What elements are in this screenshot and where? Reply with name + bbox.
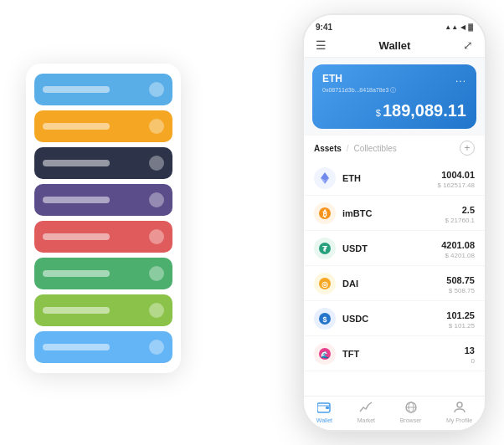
eth-card-name: ETH <box>322 73 342 84</box>
imbtc-amount-primary: 2.5 <box>462 205 475 215</box>
svg-text:$: $ <box>322 315 327 324</box>
usdt-amount: 4201.08 $ 4201.08 <box>441 237 475 259</box>
eth-card-balance: $189,089.11 <box>322 101 466 120</box>
dai-amount: 508.75 $ 508.75 <box>446 272 475 294</box>
eth-name: ETH <box>342 173 438 183</box>
usdt-name: USDT <box>342 243 441 253</box>
nav-market[interactable]: Market <box>357 402 375 423</box>
svg-text:🌊: 🌊 <box>321 350 329 359</box>
market-nav-label: Market <box>357 417 375 423</box>
wallet-nav-icon <box>317 402 331 416</box>
card-item[interactable] <box>34 74 172 105</box>
status-bar: 9:41 ▲▲ ◀ ▓ <box>304 15 485 33</box>
eth-card-address: 0x08711d3b...8418a78e3 ⓘ <box>322 86 466 95</box>
dai-name: DAI <box>342 279 446 289</box>
card-label <box>43 307 110 314</box>
phone-frame: 9:41 ▲▲ ◀ ▓ ☰ Wallet ⤢ ETH ... 0x08711 <box>302 13 486 432</box>
eth-amount: 1004.01 $ 162517.48 <box>438 166 476 189</box>
profile-nav-label: My Profile <box>446 417 472 423</box>
usdc-amount-primary: 101.25 <box>446 310 475 320</box>
assets-header: Assets / Collectibles + <box>304 136 485 161</box>
bottom-nav: Wallet Market Browser <box>304 396 485 430</box>
card-label <box>43 86 110 93</box>
card-icon <box>149 340 164 355</box>
tab-collectibles[interactable]: Collectibles <box>354 144 397 153</box>
card-label <box>43 197 110 203</box>
wifi-icon: ◀ <box>460 23 465 31</box>
card-item[interactable] <box>34 147 172 179</box>
imbtc-name: imBTC <box>342 208 445 218</box>
dai-icon: ◎ <box>314 273 336 294</box>
card-icon <box>149 156 164 171</box>
card-label <box>43 160 110 166</box>
nav-profile[interactable]: My Profile <box>446 402 472 423</box>
asset-list: ETH 1004.01 $ 162517.48 ₿ imBTC 2.5 $ 21… <box>304 161 485 396</box>
svg-text:₿: ₿ <box>322 209 327 218</box>
market-nav-icon <box>359 402 373 416</box>
card-icon <box>149 266 164 281</box>
battery-icon: ▓ <box>468 23 473 31</box>
svg-point-19 <box>457 402 462 407</box>
eth-icon <box>314 167 336 189</box>
tft-name: TFT <box>342 349 465 359</box>
tft-amount-secondary: 0 <box>465 357 475 365</box>
eth-card-more-button[interactable]: ... <box>455 73 466 84</box>
tab-assets[interactable]: Assets <box>314 144 342 153</box>
phone-inner: 9:41 ▲▲ ◀ ▓ ☰ Wallet ⤢ ETH ... 0x08711 <box>304 15 485 430</box>
usdt-amount-primary: 4201.08 <box>441 240 475 250</box>
usdc-amount-secondary: $ 101.25 <box>446 322 475 330</box>
usdc-amount: 101.25 $ 101.25 <box>446 307 475 330</box>
svg-text:◎: ◎ <box>321 280 328 289</box>
card-icon <box>149 119 164 134</box>
eth-card[interactable]: ETH ... 0x08711d3b...8418a78e3 ⓘ $189,08… <box>312 64 476 129</box>
card-item[interactable] <box>34 184 172 216</box>
imbtc-amount: 2.5 $ 21760.1 <box>445 202 475 224</box>
card-icon <box>149 82 164 97</box>
card-item[interactable] <box>34 331 172 363</box>
signal-icon: ▲▲ <box>445 23 458 31</box>
dollar-sign: $ <box>376 108 381 118</box>
add-asset-button[interactable]: + <box>460 141 475 156</box>
asset-row-eth[interactable]: ETH 1004.01 $ 162517.48 <box>304 161 485 196</box>
imbtc-amount-secondary: $ 21760.1 <box>445 217 475 224</box>
asset-row-usdc[interactable]: $ USDC 101.25 $ 101.25 <box>304 301 485 336</box>
usdc-icon: $ <box>314 308 336 330</box>
asset-row-tft[interactable]: 🌊 TFT 13 0 <box>304 336 485 371</box>
eth-card-top: ETH ... <box>322 73 466 84</box>
card-stack <box>26 64 181 373</box>
card-label <box>43 233 110 240</box>
page-title: Wallet <box>379 39 411 52</box>
scene: 9:41 ▲▲ ◀ ▓ ☰ Wallet ⤢ ETH ... 0x08711 <box>18 13 486 432</box>
card-icon <box>149 303 164 318</box>
eth-amount-secondary: $ 162517.48 <box>438 182 476 189</box>
usdt-amount-secondary: $ 4201.08 <box>441 252 475 259</box>
wallet-nav-label: Wallet <box>316 417 332 423</box>
nav-wallet[interactable]: Wallet <box>316 402 332 423</box>
card-item[interactable] <box>34 258 172 289</box>
status-icons: ▲▲ ◀ ▓ <box>445 23 473 31</box>
tab-separator: / <box>347 144 349 153</box>
asset-row-imbtc[interactable]: ₿ imBTC 2.5 $ 21760.1 <box>304 196 485 231</box>
balance-value: 189,089.11 <box>383 101 466 120</box>
browser-nav-label: Browser <box>400 417 422 423</box>
assets-tabs: Assets / Collectibles <box>314 144 397 153</box>
tft-amount: 13 0 <box>465 342 475 365</box>
menu-icon[interactable]: ☰ <box>316 38 327 52</box>
card-label <box>43 123 110 130</box>
profile-nav-icon <box>453 402 466 416</box>
card-item[interactable] <box>34 294 172 326</box>
eth-amount-primary: 1004.01 <box>441 170 475 180</box>
tft-icon: 🌊 <box>314 343 336 365</box>
tft-amount-primary: 13 <box>465 345 475 355</box>
nav-browser[interactable]: Browser <box>400 402 422 423</box>
imbtc-icon: ₿ <box>314 202 336 224</box>
card-icon <box>149 192 164 207</box>
card-item[interactable] <box>34 110 172 142</box>
asset-row-dai[interactable]: ◎ DAI 508.75 $ 508.75 <box>304 266 485 301</box>
asset-row-usdt[interactable]: ₮ USDT 4201.08 $ 4201.08 <box>304 231 485 266</box>
phone-header: ☰ Wallet ⤢ <box>304 33 485 58</box>
expand-icon[interactable]: ⤢ <box>463 38 473 52</box>
plus-icon: + <box>464 142 470 154</box>
usdt-icon: ₮ <box>314 238 336 259</box>
card-item[interactable] <box>34 221 172 253</box>
